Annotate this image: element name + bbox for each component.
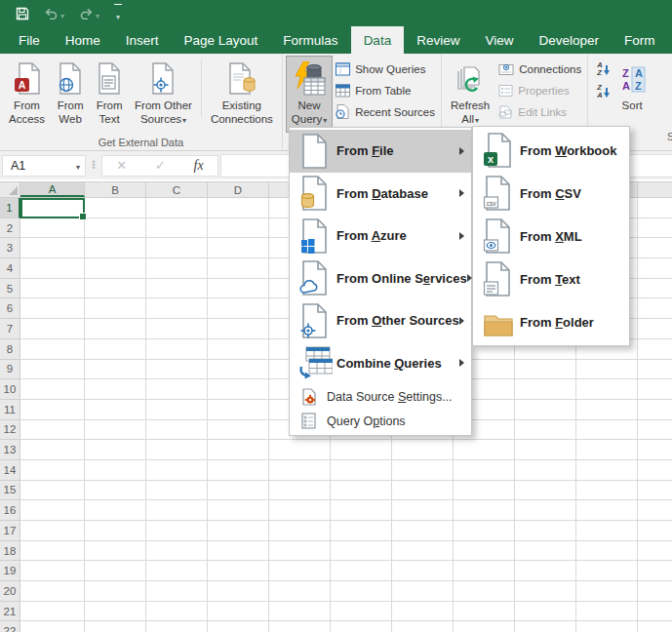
cell-C6[interactable] [146,298,208,319]
cell-F13[interactable] [331,440,392,460]
cell-C1[interactable] [146,198,208,218]
tab-home[interactable]: Home [53,26,113,54]
cell-E16[interactable] [269,500,331,521]
cell-C14[interactable] [146,460,208,481]
redo-button[interactable] [79,5,99,22]
column-header-partial[interactable] [638,182,672,197]
cell-J17[interactable] [576,521,638,541]
cell-partial-9[interactable] [638,360,672,380]
cell-C5[interactable] [146,279,208,299]
cell-J20[interactable] [576,581,638,602]
cell-A19[interactable] [20,561,85,581]
cell-A12[interactable] [20,420,85,441]
cell-B11[interactable] [85,400,146,420]
menu-item-from-azure[interactable]: From Azure [290,215,471,257]
row-header-10[interactable]: 10 [0,379,20,400]
submenu-item-from-xml[interactable]: From XML [473,215,629,257]
cell-F17[interactable] [331,521,392,541]
cell-G14[interactable] [392,460,454,481]
cell-H18[interactable] [454,541,515,562]
from-access-button[interactable]: A From Access [3,56,51,133]
select-all-corner[interactable] [0,182,20,197]
row-header-20[interactable]: 20 [0,581,20,602]
tab-form[interactable]: Form [612,26,668,54]
cell-partial-20[interactable] [638,581,672,602]
cell-partial-19[interactable] [638,561,672,581]
cell-A7[interactable] [20,319,85,339]
cell-H14[interactable] [454,460,515,481]
cell-F14[interactable] [331,460,392,481]
cell-I12[interactable] [515,420,576,441]
cell-F15[interactable] [331,481,392,501]
cell-C8[interactable] [146,339,208,360]
cell-B7[interactable] [85,319,146,339]
cell-J11[interactable] [576,400,638,420]
cell-I21[interactable] [515,602,576,622]
cell-partial-17[interactable] [638,521,672,541]
cell-J12[interactable] [576,420,638,441]
cell-partial-7[interactable] [638,319,672,339]
row-header-12[interactable]: 12 [0,420,20,441]
submenu-item-from-text[interactable]: From Text [473,257,629,300]
cell-A15[interactable] [20,481,85,501]
cell-J9[interactable] [576,360,638,380]
cell-partial-22[interactable] [638,621,672,632]
row-header-6[interactable]: 6 [0,298,20,319]
cell-B3[interactable] [85,238,146,258]
cell-J22[interactable] [576,621,638,632]
cell-C16[interactable] [146,500,208,521]
cell-G13[interactable] [392,440,454,460]
row-header-17[interactable]: 17 [0,521,20,541]
cell-I18[interactable] [515,541,576,562]
cell-C2[interactable] [146,218,208,239]
cell-E19[interactable] [269,561,331,581]
cell-D21[interactable] [208,602,269,622]
cell-partial-18[interactable] [638,541,672,562]
cell-J14[interactable] [576,460,638,481]
cell-A6[interactable] [20,298,85,319]
cell-D20[interactable] [208,581,269,602]
cell-partial-14[interactable] [638,460,672,481]
cell-J16[interactable] [576,500,638,521]
tab-file[interactable]: File [6,26,53,54]
connections-button[interactable]: Connections [495,59,584,78]
cell-A10[interactable] [20,379,85,400]
cell-B8[interactable] [85,339,146,360]
cell-I22[interactable] [515,621,576,632]
cell-partial-21[interactable] [638,602,672,622]
cell-B18[interactable] [85,541,146,562]
cell-A2[interactable] [20,218,85,239]
row-header-8[interactable]: 8 [0,339,20,360]
cell-A17[interactable] [20,521,85,541]
cell-partial-12[interactable] [638,420,672,441]
cell-A1[interactable] [20,198,85,218]
show-queries-button[interactable]: Show Queries [333,59,438,78]
customize-quick-access-button[interactable] [114,4,122,23]
from-table-button[interactable]: From Table [333,81,438,99]
cell-B1[interactable] [85,198,146,218]
cell-A18[interactable] [20,541,85,562]
cell-F22[interactable] [331,621,392,632]
menu-item-data-source-settings[interactable]: Data Source Settings... [290,384,471,409]
cell-C19[interactable] [146,561,208,581]
column-header-C[interactable]: C [146,182,208,197]
cell-B4[interactable] [85,258,146,279]
row-header-18[interactable]: 18 [0,541,20,562]
cell-D22[interactable] [208,621,269,632]
from-other-sources-button[interactable]: From Other Sources [129,56,198,133]
tab-help[interactable]: Help [668,26,672,54]
sort-ascending-button[interactable]: AZ [597,61,609,76]
name-box[interactable]: A1 [2,155,86,177]
cell-I9[interactable] [515,360,576,380]
cell-A3[interactable] [20,238,85,258]
from-text-button[interactable]: From Text [90,56,129,133]
cell-G15[interactable] [392,481,454,501]
row-header-5[interactable]: 5 [0,279,20,299]
refresh-all-button[interactable]: Refresh All [445,56,495,133]
row-header-22[interactable]: 22 [0,621,20,632]
row-header-21[interactable]: 21 [0,602,20,622]
column-header-B[interactable]: B [85,182,146,197]
cell-C11[interactable] [146,400,208,420]
cell-B12[interactable] [85,420,146,441]
cell-partial-16[interactable] [638,500,672,521]
